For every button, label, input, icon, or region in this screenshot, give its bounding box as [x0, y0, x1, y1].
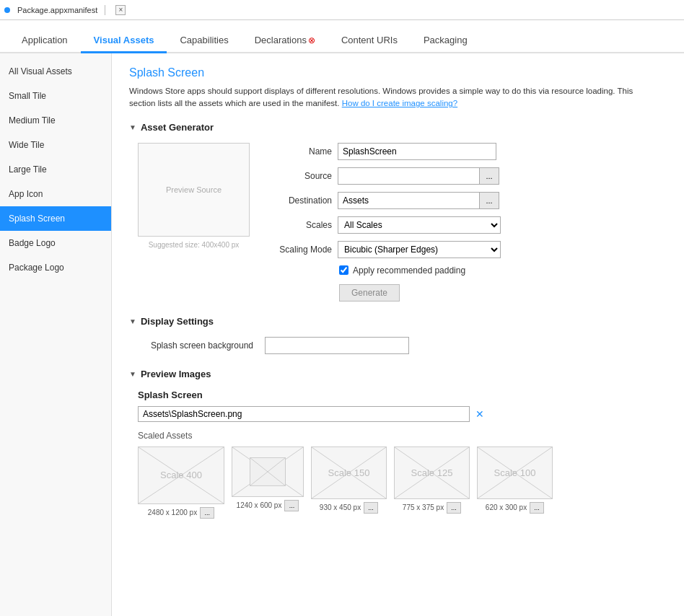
input-name[interactable] [338, 143, 496, 160]
section-description: Windows Store apps should support displa… [129, 85, 634, 110]
form-row-scaling-mode: Scaling Mode Bicubic (Sharper Edges) Bic… [267, 241, 667, 258]
scale-150-meta: 930 x 450 px ... [320, 502, 378, 514]
preview-source-box: Preview Source [138, 143, 250, 237]
scale-label-100: Scale 100 [494, 467, 536, 478]
scaled-asset-box-400: Scale 400 [138, 446, 224, 504]
input-destination[interactable] [338, 192, 479, 209]
browse-scale-125-button[interactable]: ... [447, 502, 461, 514]
sidebar-item-medium-tile[interactable]: Medium Tile [0, 108, 111, 133]
generate-button-wrapper: Generate [267, 284, 667, 302]
sidebar-item-all-visual-assets[interactable]: All Visual Assets [0, 59, 111, 84]
title-bar: Package.appxmanifest × [0, 0, 684, 20]
generate-button[interactable]: Generate [339, 284, 400, 302]
form-row-scales: Scales All Scales Scale 100 Scale 125 Sc… [267, 216, 667, 234]
label-destination: Destination [267, 195, 332, 206]
sidebar-item-package-logo[interactable]: Package Logo [0, 255, 111, 280]
cross-lines-200 [232, 447, 303, 496]
destination-input-group: ... [338, 192, 499, 209]
scale-200-size: 1240 x 600 px [237, 501, 282, 509]
scale-125-meta: 775 x 375 px ... [403, 502, 461, 514]
help-link[interactable]: How do I create image scaling? [342, 99, 457, 107]
browse-source-button[interactable]: ... [479, 167, 499, 185]
preview-box-wrapper: Preview Source Suggested size: 400x400 p… [138, 143, 250, 302]
main-layout: All Visual Assets Small Tile Medium Tile… [0, 53, 684, 616]
scaled-asset-box-200 [232, 446, 304, 497]
source-input-group: ... [338, 167, 499, 185]
scaled-asset-box-150: Scale 150 [311, 446, 387, 499]
scale-label-125: Scale 125 [411, 467, 453, 478]
padding-checkbox[interactable] [339, 265, 348, 275]
browse-scale-400-button[interactable]: ... [200, 507, 214, 519]
sidebar-item-large-tile[interactable]: Large Tile [0, 157, 111, 182]
label-name: Name [267, 146, 332, 157]
sidebar-item-splash-screen[interactable]: Splash Screen [0, 206, 111, 231]
scale-200-meta: 1240 x 600 px ... [237, 500, 299, 511]
asset-generator-grid: Preview Source Suggested size: 400x400 p… [138, 143, 667, 302]
asset-generator-section: ▼ Asset Generator Preview Source Suggest… [129, 122, 667, 302]
asset-generator-header[interactable]: ▼ Asset Generator [129, 122, 667, 133]
page-title: Splash Screen [129, 66, 667, 79]
pi-path-clear-button[interactable]: ✕ [473, 408, 487, 420]
pi-path-row: ✕ [138, 406, 667, 422]
scaled-asset-200: 1240 x 600 px ... [232, 446, 304, 519]
scale-150-size: 930 x 450 px [320, 503, 361, 511]
browse-scale-200-button[interactable]: ... [284, 500, 299, 511]
pi-path-input[interactable] [138, 406, 470, 422]
scaled-asset-box-100: Scale 100 [477, 446, 553, 499]
sidebar-item-app-icon[interactable]: App Icon [0, 182, 111, 206]
sidebar-item-badge-logo[interactable]: Badge Logo [0, 231, 111, 255]
preview-images-header[interactable]: ▼ Preview Images [129, 369, 667, 379]
form-row-name: Name [267, 143, 667, 160]
select-scaling-mode[interactable]: Bicubic (Sharper Edges) Bicubic Bilinear… [338, 241, 501, 258]
display-settings-section: ▼ Display Settings Splash screen backgro… [129, 316, 667, 354]
scale-label-400: Scale 400 [160, 470, 202, 480]
select-scales[interactable]: All Scales Scale 100 Scale 125 Scale 150… [338, 216, 501, 234]
scaled-asset-400: Scale 400 2480 x 1200 px ... [138, 446, 224, 519]
scaled-assets-label: Scaled Assets [138, 431, 667, 441]
preview-hint: Suggested size: 400x400 px [138, 241, 250, 249]
tab-visual-assets[interactable]: Visual Assets [81, 27, 167, 53]
form-row-source: Source ... [267, 167, 667, 185]
form-row-destination: Destination ... [267, 192, 667, 209]
content-area: Splash Screen Windows Store apps should … [112, 53, 684, 616]
label-source: Source [267, 171, 332, 181]
sidebar-item-wide-tile[interactable]: Wide Tile [0, 133, 111, 157]
scale-100-size: 620 x 300 px [486, 503, 527, 511]
tab-indicator [4, 7, 10, 13]
scaled-asset-125: Scale 125 775 x 375 px ... [394, 446, 470, 519]
declarations-error-badge: ⊗ [308, 35, 315, 45]
browse-destination-button[interactable]: ... [479, 192, 499, 209]
scale-400-size: 2480 x 1200 px [148, 509, 197, 516]
display-settings-header[interactable]: ▼ Display Settings [129, 316, 667, 327]
sidebar-item-small-tile[interactable]: Small Tile [0, 84, 111, 108]
tab-packaging[interactable]: Packaging [411, 27, 481, 53]
scaled-asset-box-125: Scale 125 [394, 446, 470, 499]
collapse-arrow-display: ▼ [129, 317, 136, 325]
preview-images-section: ▼ Preview Images Splash Screen ✕ Scaled … [129, 369, 667, 519]
bg-color-row: Splash screen background [138, 337, 667, 354]
input-background[interactable] [265, 337, 409, 354]
label-scales: Scales [267, 220, 332, 230]
tab-declarations[interactable]: Declarations⊗ [242, 27, 328, 53]
browse-scale-150-button[interactable]: ... [364, 502, 378, 514]
scale-label-150: Scale 150 [328, 467, 370, 478]
sidebar: All Visual Assets Small Tile Medium Tile… [0, 53, 112, 616]
scale-125-size: 775 x 375 px [403, 503, 444, 511]
browse-scale-100-button[interactable]: ... [530, 502, 544, 514]
title-bar-close[interactable]: × [115, 5, 126, 15]
scale-400-meta: 2480 x 1200 px ... [148, 507, 214, 519]
padding-checkbox-row: Apply recommended padding [339, 265, 667, 276]
scaled-asset-100: Scale 100 620 x 300 px ... [477, 446, 553, 519]
label-bg: Splash screen background [138, 340, 253, 351]
top-nav: Application Visual Assets Capabilities D… [0, 20, 684, 53]
input-source[interactable] [338, 167, 479, 185]
tab-application[interactable]: Application [9, 27, 81, 53]
collapse-arrow-asset: ▼ [129, 123, 136, 131]
label-scaling-mode: Scaling Mode [267, 245, 332, 255]
tab-capabilities[interactable]: Capabilities [167, 27, 241, 53]
tab-content-uris[interactable]: Content URIs [328, 27, 411, 53]
scale-100-meta: 620 x 300 px ... [486, 502, 544, 514]
title-bar-filename: Package.appxmanifest [17, 6, 97, 14]
asset-generator-form: Name Source ... Destination [267, 143, 667, 302]
scaled-assets-grid: Scale 400 2480 x 1200 px ... [138, 446, 667, 519]
